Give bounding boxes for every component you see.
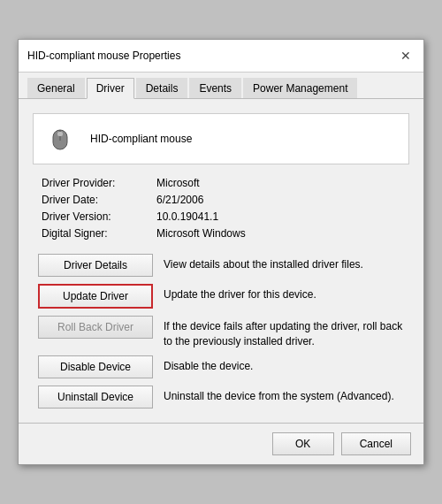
dialog-footer: OK Cancel	[19, 423, 423, 464]
properties-dialog: HID-compliant mouse Properties ✕ General…	[18, 39, 424, 466]
digital-signer-row: Digital Signer: Microsoft Windows	[42, 227, 400, 240]
dialog-title: HID-compliant mouse Properties	[27, 50, 180, 62]
tab-power-management[interactable]: Power Management	[243, 78, 357, 98]
device-header: HID-compliant mouse	[33, 113, 409, 164]
digital-signer-label: Digital Signer:	[42, 227, 156, 240]
driver-provider-value: Microsoft	[156, 177, 200, 189]
update-driver-row: Update Driver Update the driver for this…	[38, 284, 404, 309]
tab-bar: General Driver Details Events Power Mana…	[19, 73, 423, 99]
tab-general[interactable]: General	[27, 78, 85, 98]
driver-provider-row: Driver Provider: Microsoft	[42, 177, 400, 189]
svg-rect-2	[57, 132, 63, 136]
tab-driver[interactable]: Driver	[87, 78, 134, 99]
device-icon	[42, 121, 78, 157]
driver-details-button[interactable]: Driver Details	[38, 254, 153, 277]
tab-content: HID-compliant mouse Driver Provider: Mic…	[19, 99, 423, 424]
driver-version-value: 10.0.19041.1	[156, 210, 218, 223]
uninstall-device-description: Uninstall the device from the system (Ad…	[164, 386, 404, 404]
disable-device-button[interactable]: Disable Device	[38, 355, 153, 378]
device-name-label: HID-compliant mouse	[90, 133, 192, 145]
driver-provider-label: Driver Provider:	[42, 177, 156, 189]
update-driver-description: Update the driver for this device.	[164, 284, 404, 302]
tab-details[interactable]: Details	[136, 78, 188, 98]
title-bar: HID-compliant mouse Properties ✕	[19, 40, 423, 73]
close-button[interactable]: ✕	[397, 47, 415, 65]
driver-info-section: Driver Provider: Microsoft Driver Date: …	[33, 177, 409, 240]
digital-signer-value: Microsoft Windows	[156, 227, 246, 240]
driver-details-description: View details about the installed driver …	[164, 254, 404, 272]
update-driver-button[interactable]: Update Driver	[38, 284, 153, 309]
driver-date-row: Driver Date: 6/21/2006	[42, 194, 400, 206]
uninstall-device-row: Uninstall Device Uninstall the device fr…	[38, 386, 404, 409]
disable-device-row: Disable Device Disable the device.	[38, 355, 404, 378]
driver-date-value: 6/21/2006	[156, 194, 203, 206]
roll-back-driver-button[interactable]: Roll Back Driver	[38, 316, 153, 339]
driver-version-label: Driver Version:	[42, 210, 156, 223]
action-buttons-section: Driver Details View details about the in…	[33, 254, 409, 409]
cancel-button[interactable]: Cancel	[341, 432, 411, 455]
driver-version-row: Driver Version: 10.0.19041.1	[42, 210, 400, 223]
disable-device-description: Disable the device.	[164, 355, 404, 374]
roll-back-driver-row: Roll Back Driver If the device fails aft…	[38, 316, 404, 349]
tab-events[interactable]: Events	[189, 78, 241, 98]
driver-date-label: Driver Date:	[42, 194, 156, 206]
driver-details-row: Driver Details View details about the in…	[38, 254, 404, 277]
uninstall-device-button[interactable]: Uninstall Device	[38, 386, 153, 409]
ok-button[interactable]: OK	[272, 432, 334, 455]
roll-back-driver-description: If the device fails after updating the d…	[164, 316, 404, 349]
